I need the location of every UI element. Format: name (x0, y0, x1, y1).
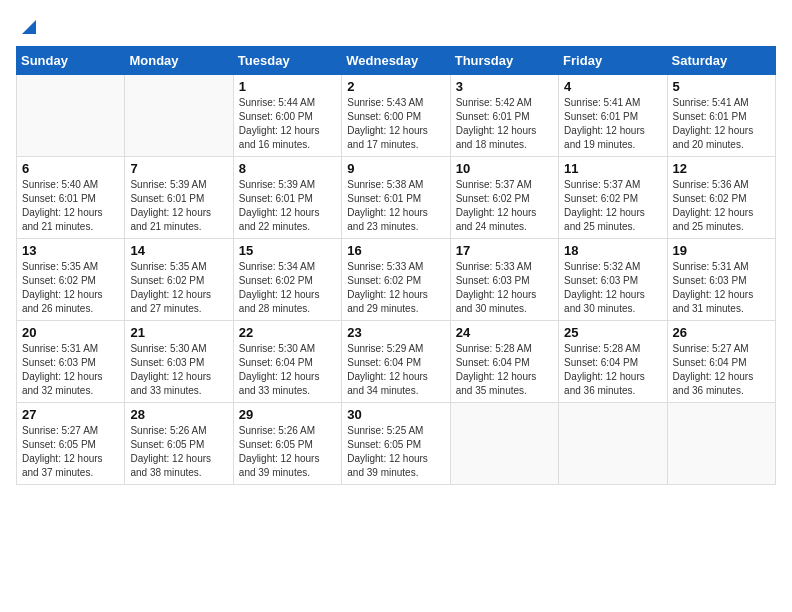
cell-content: Sunrise: 5:43 AMSunset: 6:00 PMDaylight:… (347, 96, 444, 152)
calendar-cell: 10Sunrise: 5:37 AMSunset: 6:02 PMDayligh… (450, 157, 558, 239)
day-number: 30 (347, 407, 444, 422)
calendar-cell: 27Sunrise: 5:27 AMSunset: 6:05 PMDayligh… (17, 403, 125, 485)
calendar-cell: 7Sunrise: 5:39 AMSunset: 6:01 PMDaylight… (125, 157, 233, 239)
calendar-cell: 22Sunrise: 5:30 AMSunset: 6:04 PMDayligh… (233, 321, 341, 403)
calendar-day-header: Friday (559, 47, 667, 75)
day-number: 22 (239, 325, 336, 340)
calendar-body: 1Sunrise: 5:44 AMSunset: 6:00 PMDaylight… (17, 75, 776, 485)
day-number: 29 (239, 407, 336, 422)
calendar-cell: 5Sunrise: 5:41 AMSunset: 6:01 PMDaylight… (667, 75, 775, 157)
day-number: 10 (456, 161, 553, 176)
calendar-week-row: 1Sunrise: 5:44 AMSunset: 6:00 PMDaylight… (17, 75, 776, 157)
calendar-cell: 24Sunrise: 5:28 AMSunset: 6:04 PMDayligh… (450, 321, 558, 403)
day-number: 16 (347, 243, 444, 258)
day-number: 27 (22, 407, 119, 422)
calendar-week-row: 13Sunrise: 5:35 AMSunset: 6:02 PMDayligh… (17, 239, 776, 321)
cell-content: Sunrise: 5:30 AMSunset: 6:04 PMDaylight:… (239, 342, 336, 398)
day-number: 2 (347, 79, 444, 94)
cell-content: Sunrise: 5:33 AMSunset: 6:03 PMDaylight:… (456, 260, 553, 316)
calendar-week-row: 6Sunrise: 5:40 AMSunset: 6:01 PMDaylight… (17, 157, 776, 239)
calendar-cell: 13Sunrise: 5:35 AMSunset: 6:02 PMDayligh… (17, 239, 125, 321)
day-number: 9 (347, 161, 444, 176)
page-header (16, 16, 776, 34)
cell-content: Sunrise: 5:44 AMSunset: 6:00 PMDaylight:… (239, 96, 336, 152)
calendar-day-header: Saturday (667, 47, 775, 75)
day-number: 7 (130, 161, 227, 176)
calendar-cell (125, 75, 233, 157)
day-number: 8 (239, 161, 336, 176)
cell-content: Sunrise: 5:31 AMSunset: 6:03 PMDaylight:… (673, 260, 770, 316)
cell-content: Sunrise: 5:39 AMSunset: 6:01 PMDaylight:… (130, 178, 227, 234)
day-number: 19 (673, 243, 770, 258)
calendar-cell: 6Sunrise: 5:40 AMSunset: 6:01 PMDaylight… (17, 157, 125, 239)
calendar-cell: 15Sunrise: 5:34 AMSunset: 6:02 PMDayligh… (233, 239, 341, 321)
cell-content: Sunrise: 5:35 AMSunset: 6:02 PMDaylight:… (22, 260, 119, 316)
calendar-cell: 9Sunrise: 5:38 AMSunset: 6:01 PMDaylight… (342, 157, 450, 239)
cell-content: Sunrise: 5:32 AMSunset: 6:03 PMDaylight:… (564, 260, 661, 316)
cell-content: Sunrise: 5:38 AMSunset: 6:01 PMDaylight:… (347, 178, 444, 234)
calendar-cell (559, 403, 667, 485)
day-number: 15 (239, 243, 336, 258)
cell-content: Sunrise: 5:35 AMSunset: 6:02 PMDaylight:… (130, 260, 227, 316)
calendar-week-row: 27Sunrise: 5:27 AMSunset: 6:05 PMDayligh… (17, 403, 776, 485)
day-number: 18 (564, 243, 661, 258)
day-number: 24 (456, 325, 553, 340)
calendar-cell: 30Sunrise: 5:25 AMSunset: 6:05 PMDayligh… (342, 403, 450, 485)
calendar-cell: 1Sunrise: 5:44 AMSunset: 6:00 PMDaylight… (233, 75, 341, 157)
day-number: 17 (456, 243, 553, 258)
calendar-cell: 2Sunrise: 5:43 AMSunset: 6:00 PMDaylight… (342, 75, 450, 157)
day-number: 4 (564, 79, 661, 94)
calendar-cell: 16Sunrise: 5:33 AMSunset: 6:02 PMDayligh… (342, 239, 450, 321)
calendar-day-header: Tuesday (233, 47, 341, 75)
logo-icon (18, 16, 40, 38)
calendar-cell: 21Sunrise: 5:30 AMSunset: 6:03 PMDayligh… (125, 321, 233, 403)
calendar-cell: 12Sunrise: 5:36 AMSunset: 6:02 PMDayligh… (667, 157, 775, 239)
calendar-cell: 23Sunrise: 5:29 AMSunset: 6:04 PMDayligh… (342, 321, 450, 403)
calendar-day-header: Monday (125, 47, 233, 75)
day-number: 12 (673, 161, 770, 176)
calendar-cell (667, 403, 775, 485)
day-number: 28 (130, 407, 227, 422)
cell-content: Sunrise: 5:37 AMSunset: 6:02 PMDaylight:… (564, 178, 661, 234)
calendar-day-header: Sunday (17, 47, 125, 75)
cell-content: Sunrise: 5:26 AMSunset: 6:05 PMDaylight:… (239, 424, 336, 480)
calendar-cell: 18Sunrise: 5:32 AMSunset: 6:03 PMDayligh… (559, 239, 667, 321)
day-number: 13 (22, 243, 119, 258)
cell-content: Sunrise: 5:41 AMSunset: 6:01 PMDaylight:… (673, 96, 770, 152)
cell-content: Sunrise: 5:31 AMSunset: 6:03 PMDaylight:… (22, 342, 119, 398)
calendar-cell (17, 75, 125, 157)
calendar-day-header: Wednesday (342, 47, 450, 75)
cell-content: Sunrise: 5:30 AMSunset: 6:03 PMDaylight:… (130, 342, 227, 398)
calendar-cell: 28Sunrise: 5:26 AMSunset: 6:05 PMDayligh… (125, 403, 233, 485)
calendar-header-row: SundayMondayTuesdayWednesdayThursdayFrid… (17, 47, 776, 75)
calendar-cell: 20Sunrise: 5:31 AMSunset: 6:03 PMDayligh… (17, 321, 125, 403)
day-number: 20 (22, 325, 119, 340)
calendar-cell: 26Sunrise: 5:27 AMSunset: 6:04 PMDayligh… (667, 321, 775, 403)
calendar-cell: 14Sunrise: 5:35 AMSunset: 6:02 PMDayligh… (125, 239, 233, 321)
cell-content: Sunrise: 5:37 AMSunset: 6:02 PMDaylight:… (456, 178, 553, 234)
calendar-cell: 19Sunrise: 5:31 AMSunset: 6:03 PMDayligh… (667, 239, 775, 321)
cell-content: Sunrise: 5:26 AMSunset: 6:05 PMDaylight:… (130, 424, 227, 480)
cell-content: Sunrise: 5:25 AMSunset: 6:05 PMDaylight:… (347, 424, 444, 480)
cell-content: Sunrise: 5:40 AMSunset: 6:01 PMDaylight:… (22, 178, 119, 234)
cell-content: Sunrise: 5:41 AMSunset: 6:01 PMDaylight:… (564, 96, 661, 152)
cell-content: Sunrise: 5:42 AMSunset: 6:01 PMDaylight:… (456, 96, 553, 152)
cell-content: Sunrise: 5:29 AMSunset: 6:04 PMDaylight:… (347, 342, 444, 398)
calendar-week-row: 20Sunrise: 5:31 AMSunset: 6:03 PMDayligh… (17, 321, 776, 403)
calendar-cell: 29Sunrise: 5:26 AMSunset: 6:05 PMDayligh… (233, 403, 341, 485)
cell-content: Sunrise: 5:27 AMSunset: 6:05 PMDaylight:… (22, 424, 119, 480)
cell-content: Sunrise: 5:28 AMSunset: 6:04 PMDaylight:… (564, 342, 661, 398)
day-number: 11 (564, 161, 661, 176)
calendar-table: SundayMondayTuesdayWednesdayThursdayFrid… (16, 46, 776, 485)
cell-content: Sunrise: 5:36 AMSunset: 6:02 PMDaylight:… (673, 178, 770, 234)
calendar-cell: 11Sunrise: 5:37 AMSunset: 6:02 PMDayligh… (559, 157, 667, 239)
cell-content: Sunrise: 5:27 AMSunset: 6:04 PMDaylight:… (673, 342, 770, 398)
day-number: 6 (22, 161, 119, 176)
calendar-cell: 3Sunrise: 5:42 AMSunset: 6:01 PMDaylight… (450, 75, 558, 157)
logo (16, 16, 40, 34)
day-number: 5 (673, 79, 770, 94)
day-number: 1 (239, 79, 336, 94)
cell-content: Sunrise: 5:28 AMSunset: 6:04 PMDaylight:… (456, 342, 553, 398)
day-number: 23 (347, 325, 444, 340)
calendar-cell: 4Sunrise: 5:41 AMSunset: 6:01 PMDaylight… (559, 75, 667, 157)
